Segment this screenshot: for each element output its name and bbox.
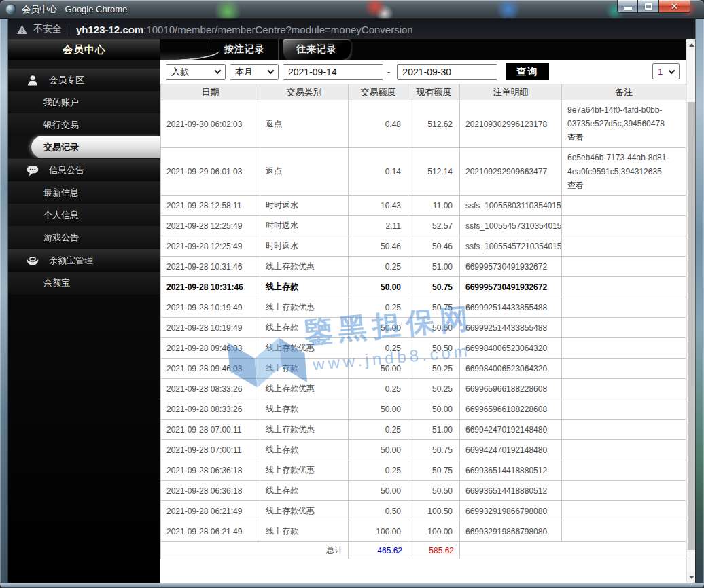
- cell-detail: 202109302996123178: [460, 100, 562, 148]
- vertical-scrollbar[interactable]: [686, 39, 695, 583]
- cell-category: 线上存款优惠: [260, 420, 349, 440]
- sidebar-item-6[interactable]: 个人信息: [8, 204, 160, 226]
- cell-detail: 669942470192148480: [460, 420, 562, 440]
- cell-date: 2021-09-28 12:58:11: [161, 196, 260, 216]
- table-row: 2021-09-28 12:25:49时时返水2.1152.57ssfs_100…: [161, 216, 686, 236]
- sidebar-item-3-active[interactable]: 交易记录: [31, 136, 160, 158]
- cell-amount: 50.00: [349, 277, 408, 297]
- cell-balance: 50.75: [408, 277, 460, 297]
- page-select[interactable]: 1: [652, 63, 680, 79]
- period-select[interactable]: 本月: [230, 64, 279, 80]
- close-button[interactable]: ✕: [659, 0, 690, 13]
- table-header-row: 日期交易类别交易额度现有额度注单明细备注: [161, 84, 686, 100]
- view-details-link[interactable]: 查看: [567, 179, 680, 192]
- records-table: 日期交易类别交易额度现有额度注单明细备注 2021-09-30 06:02:03…: [160, 84, 686, 559]
- date-to-input[interactable]: [397, 64, 497, 80]
- window-border-right: [695, 19, 704, 583]
- cell-balance: 51.00: [408, 420, 460, 440]
- tab-transaction-records[interactable]: 往来记录: [283, 39, 351, 60]
- cell-detail: 669936514418880512: [460, 460, 562, 481]
- cell-remark: [562, 501, 686, 521]
- security-label: 不安全: [33, 23, 62, 35]
- cell-remark: [562, 297, 686, 318]
- cell-category: 返点: [260, 100, 349, 148]
- cell-category: 线上存款: [260, 521, 349, 542]
- cell-amount: 50.00: [349, 359, 408, 379]
- sidebar-item-5[interactable]: 最新信息: [8, 181, 160, 204]
- cell-detail: 669984006523064320: [460, 359, 562, 379]
- cell-category: 线上存款优惠: [260, 379, 349, 399]
- maximize-icon: [645, 3, 652, 10]
- table-row: 2021-09-28 08:33:26线上存款50.0050.006699659…: [161, 399, 686, 420]
- sidebar-title: 会员中心: [8, 39, 160, 60]
- cell-balance: 512.14: [408, 148, 460, 196]
- cell-amount: 10.43: [349, 196, 408, 216]
- tab-betting-records[interactable]: 按注记录: [211, 39, 279, 60]
- search-button[interactable]: 查询: [506, 63, 549, 80]
- scrollbar-down-button[interactable]: [687, 572, 695, 583]
- maximize-button[interactable]: [638, 0, 659, 13]
- chevron-down-icon: [268, 67, 275, 74]
- column-header-1: 交易类别: [260, 84, 349, 100]
- table-row: 2021-09-30 06:02:03返点0.48512.62202109302…: [161, 100, 686, 148]
- view-details-link[interactable]: 查看: [567, 131, 680, 145]
- table-row: 2021-09-28 07:00:11线上存款50.0050.756699424…: [161, 440, 686, 460]
- window-titlebar[interactable]: 会员中心 - Google Chrome ✕: [0, 0, 704, 19]
- scrollbar-up-button[interactable]: [687, 39, 695, 50]
- minimize-button[interactable]: [617, 0, 638, 13]
- cell-detail: 669965966188228608: [460, 379, 562, 399]
- cell-detail: ssfs_100558031103540151: [460, 196, 562, 216]
- cell-date: 2021-09-28 08:33:26: [161, 399, 260, 420]
- cell-amount: 50.00: [349, 481, 408, 501]
- cell-category: 返点: [260, 148, 349, 196]
- address-bar[interactable]: 不安全 yh123-12.com :10010/member/memberCen…: [8, 19, 695, 39]
- sidebar-item-4[interactable]: 信息公告: [8, 158, 160, 181]
- cell-remark: [562, 420, 686, 440]
- column-header-4: 注单明细: [460, 84, 562, 100]
- sidebar-item-8[interactable]: 余额宝管理: [8, 249, 160, 272]
- column-header-5: 备注: [562, 84, 686, 100]
- cell-date: 2021-09-28 12:25:49: [161, 236, 260, 257]
- cell-balance: 50.75: [408, 460, 460, 481]
- sidebar-item-label: 最新信息: [43, 187, 79, 199]
- cell-amount: 0.25: [349, 297, 408, 318]
- cell-amount: 0.14: [349, 148, 408, 196]
- cell-amount: 0.25: [349, 460, 408, 481]
- cell-date: 2021-09-30 06:02:03: [161, 100, 260, 148]
- sidebar-item-label: 会员专区: [49, 74, 84, 86]
- table-row: 2021-09-28 07:00:11线上存款优惠0.2551.00669942…: [161, 420, 686, 440]
- sidebar-item-0[interactable]: 会员专区: [8, 68, 160, 91]
- cell-date: 2021-09-28 06:21:49: [161, 521, 260, 542]
- date-from-input[interactable]: [283, 64, 383, 80]
- cell-detail: ssfs_100554572103540151: [460, 236, 562, 257]
- total-empty-cell: [460, 542, 686, 559]
- window-border-bottom: [0, 583, 704, 588]
- sidebar-item-label: 银行交易: [43, 119, 79, 131]
- sidebar-item-9[interactable]: 余额宝: [8, 272, 160, 294]
- cell-remark: [562, 399, 686, 420]
- cell-remark: [562, 216, 686, 236]
- scrollbar-thumb[interactable]: [688, 102, 695, 550]
- browser-viewport: 会员中心 会员专区我的账户银行交易交易记录信息公告最新信息个人信息游戏公告余额宝…: [8, 39, 695, 583]
- chevron-down-icon: [215, 67, 222, 74]
- cell-category: 时时返水: [260, 236, 349, 257]
- cell-category: 线上存款优惠: [260, 338, 349, 359]
- table-row: 2021-09-29 06:01:03返点0.14512.14202109292…: [161, 148, 686, 196]
- cell-remark: 6e5eb46b-7173-44ab-8d81-4ea0fc9591c5,394…: [562, 148, 686, 196]
- cell-detail: 669992514433855488: [460, 297, 562, 318]
- table-row: 2021-09-28 09:46:03线上存款50.0050.256699840…: [161, 359, 686, 379]
- transaction-type-select[interactable]: 入款: [166, 64, 226, 80]
- cell-date: 2021-09-28 10:31:46: [161, 277, 260, 297]
- filter-bar: 入款 本月 - 查询 1: [160, 60, 686, 84]
- cell-remark: [562, 196, 686, 216]
- sidebar-item-1[interactable]: 我的账户: [8, 91, 160, 113]
- sidebar-item-2[interactable]: 银行交易: [8, 113, 160, 136]
- cell-remark: [562, 257, 686, 277]
- cell-balance: 11.00: [408, 196, 460, 216]
- cell-detail: 669932919866798080: [460, 501, 562, 521]
- cell-remark: [562, 481, 686, 501]
- window-app-icon: [5, 4, 16, 15]
- table-row: 2021-09-28 10:31:46线上存款50.0050.756699957…: [161, 277, 686, 297]
- sidebar-item-7[interactable]: 游戏公告: [8, 226, 160, 249]
- url-path: :10010/member/memberCentre?module=moneyC…: [143, 24, 412, 35]
